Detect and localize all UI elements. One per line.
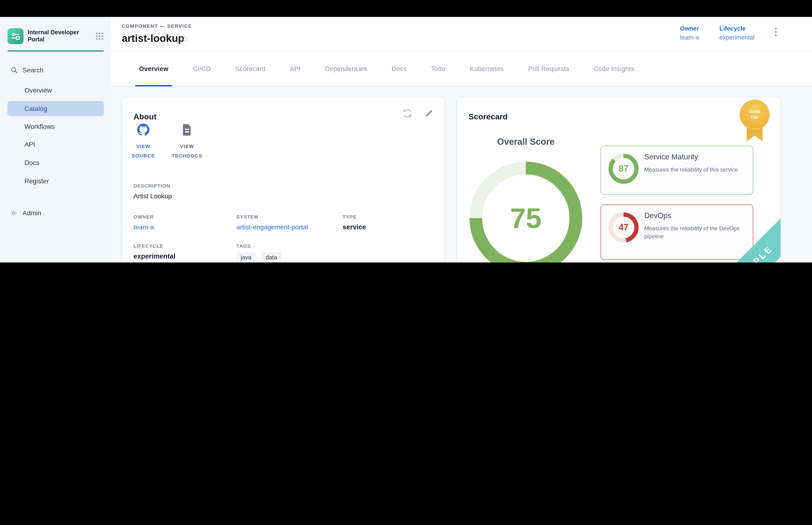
view-source-link[interactable]: VIEW SOURCE bbox=[129, 124, 158, 160]
content-area: About VIEW SOURCE bbox=[111, 87, 812, 262]
owner-meta[interactable]: Owner team-a bbox=[680, 24, 699, 42]
github-icon bbox=[137, 124, 150, 136]
overall-score-label: Overall Score bbox=[479, 137, 573, 147]
sidebar-item-workflows[interactable]: Workflows bbox=[7, 119, 104, 134]
page-header: COMPONENT — SERVICE artist-lookup ☆ Owne… bbox=[111, 17, 812, 52]
tab-api[interactable]: API bbox=[278, 51, 313, 86]
about-title: About bbox=[134, 112, 156, 122]
scorecard-item-service-maturity[interactable]: 87 Service Maturity Measures the reliabi… bbox=[600, 146, 753, 195]
techdocs-doc-icon bbox=[181, 124, 193, 136]
overall-score-value: 75 bbox=[510, 202, 541, 234]
devops-donut: 47 bbox=[609, 212, 639, 242]
tag-data[interactable]: data bbox=[261, 252, 281, 262]
field-system: SYSTEM artist-engagement-portal bbox=[236, 214, 308, 231]
refresh-icon[interactable] bbox=[403, 108, 413, 119]
scorecard-item-devops[interactable]: 47 DevOps Measures the reliability of th… bbox=[600, 205, 753, 260]
top-black-bar bbox=[0, 0, 812, 17]
portal-logo-icon bbox=[10, 31, 21, 41]
search-icon bbox=[10, 66, 18, 74]
sidebar: Internal Developer Portal Search Overvie… bbox=[0, 17, 112, 262]
sidebar-item-register[interactable]: Register bbox=[7, 174, 104, 189]
type-value: service bbox=[342, 223, 366, 231]
tab-cicd[interactable]: CI/CD bbox=[181, 51, 223, 86]
app-logo bbox=[7, 28, 24, 44]
sidebar-item-admin[interactable]: Admin bbox=[7, 206, 104, 220]
tab-todo[interactable]: Todo bbox=[419, 51, 458, 86]
tab-overview[interactable]: Overview bbox=[127, 51, 181, 86]
field-owner: OWNER team-a bbox=[134, 214, 154, 231]
sidebar-search[interactable]: Search bbox=[7, 64, 104, 76]
tab-kubernetes[interactable]: Kubernetes bbox=[458, 51, 516, 86]
sidebar-item-api[interactable]: API bbox=[7, 137, 104, 152]
sidebar-accent-rule bbox=[7, 50, 104, 52]
view-techdocs-link[interactable]: VIEW TECHDOCS bbox=[167, 124, 207, 160]
overall-score-donut: 75 bbox=[470, 162, 582, 262]
field-lifecycle: LIFECYCLE experimental bbox=[134, 243, 175, 260]
edit-pencil-icon[interactable] bbox=[425, 108, 435, 119]
field-type: TYPE service bbox=[342, 214, 366, 231]
entity-tabs: Overview CI/CD Scorecard API Dependencie… bbox=[111, 52, 812, 87]
tab-code-insights[interactable]: Code Insights bbox=[582, 51, 647, 86]
gear-icon bbox=[10, 209, 17, 217]
more-options-icon[interactable] bbox=[775, 26, 777, 38]
tab-pull-requests[interactable]: Pull Requests bbox=[516, 51, 581, 86]
app-title: Internal Developer Portal bbox=[28, 29, 83, 43]
scorecard-title: Scorecard bbox=[469, 112, 507, 122]
tab-dependencies[interactable]: Dependencies bbox=[313, 51, 380, 86]
sidebar-item-docs[interactable]: Docs bbox=[7, 155, 104, 170]
service-maturity-donut: 87 bbox=[609, 154, 639, 184]
lifecycle-value: experimental bbox=[134, 252, 175, 260]
scorecard-card: Scorecard Gold Tier Overall Score 75 87 … bbox=[457, 97, 781, 262]
page-title: artist-lookup bbox=[122, 32, 184, 45]
sidebar-item-overview[interactable]: Overview bbox=[7, 83, 104, 98]
search-label: Search bbox=[22, 66, 44, 74]
sidebar-item-catalog[interactable]: Catalog bbox=[7, 101, 104, 116]
field-tags: TAGS java data bbox=[236, 243, 285, 262]
owner-link[interactable]: team-a bbox=[134, 223, 154, 231]
system-link[interactable]: artist-engagement-portal bbox=[236, 223, 308, 231]
tag-java[interactable]: java bbox=[236, 252, 256, 262]
tab-scorecard[interactable]: Scorecard bbox=[223, 51, 277, 86]
field-description: DESCRIPTION Artist Lookup bbox=[134, 183, 172, 200]
about-card: About VIEW SOURCE bbox=[122, 97, 445, 262]
tab-docs[interactable]: Docs bbox=[380, 51, 419, 86]
description-value: Artist Lookup bbox=[134, 192, 172, 200]
favorite-star-icon[interactable]: ☆ bbox=[181, 33, 189, 44]
lifecycle-meta[interactable]: Lifecycle experimental bbox=[719, 24, 754, 42]
apps-grid-icon[interactable] bbox=[95, 32, 104, 41]
entity-kind: COMPONENT — SERVICE bbox=[122, 23, 192, 29]
app-window: Internal Developer Portal Search Overvie… bbox=[0, 0, 812, 262]
